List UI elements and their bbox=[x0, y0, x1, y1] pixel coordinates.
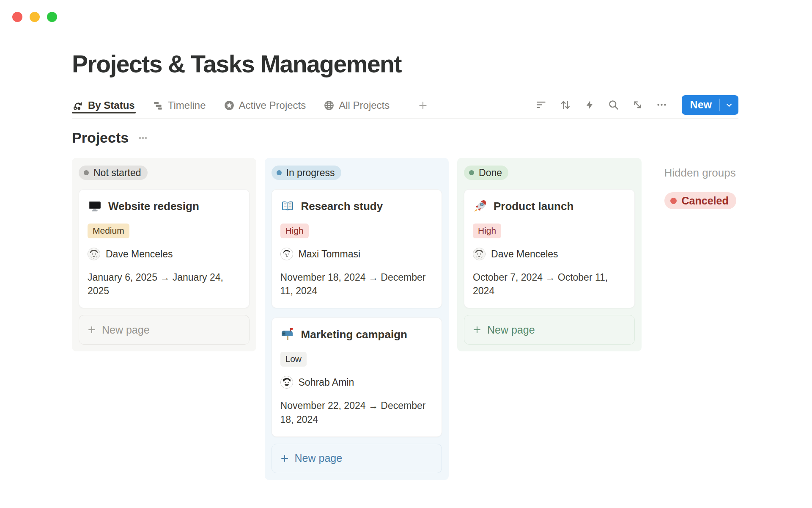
timeline-icon bbox=[153, 100, 164, 111]
status-dot bbox=[469, 170, 474, 175]
assignee-row: Dave Menceles bbox=[473, 248, 626, 260]
star-circle-icon bbox=[224, 100, 235, 111]
date-range: October 7, 2024 → October 11, 2024 bbox=[473, 271, 626, 298]
section-header: Projects bbox=[72, 130, 738, 146]
tab-label: Active Projects bbox=[239, 99, 306, 111]
new-page-label: New page bbox=[102, 324, 150, 336]
plus-icon bbox=[417, 100, 428, 111]
card-product-launch[interactable]: Product launch High Dave M bbox=[464, 189, 635, 308]
group-badge-not-started[interactable]: Not started bbox=[79, 166, 148, 180]
tab-label: Timeline bbox=[168, 99, 206, 111]
view-toolbar: New bbox=[535, 94, 738, 118]
card-research-study[interactable]: Research study High Maxi Tommasi bbox=[272, 189, 442, 308]
group-label: Not started bbox=[93, 167, 141, 179]
hidden-groups-section: Hidden groups Canceled bbox=[664, 158, 738, 209]
window-controls bbox=[12, 12, 57, 22]
new-page-label: New page bbox=[295, 452, 343, 464]
plus-icon bbox=[280, 453, 290, 464]
view-tab-bar: By Status Timeline bbox=[72, 94, 738, 119]
new-button-label[interactable]: New bbox=[682, 95, 719, 115]
group-badge-canceled[interactable]: Canceled bbox=[664, 192, 736, 209]
section-title: Projects bbox=[72, 130, 129, 146]
hidden-groups-label: Hidden groups bbox=[664, 166, 738, 179]
assignee-row: Sohrab Amin bbox=[280, 376, 433, 389]
group-label: Canceled bbox=[682, 195, 729, 207]
assignee-name: Maxi Tommasi bbox=[299, 248, 361, 260]
card-title-text: Marketing campaign bbox=[301, 328, 407, 341]
status-progress-icon bbox=[73, 100, 84, 111]
plus-icon bbox=[472, 325, 482, 335]
tab-all-projects[interactable]: All Projects bbox=[323, 99, 390, 113]
tab-label: By Status bbox=[88, 99, 135, 111]
zoom-window-button[interactable] bbox=[47, 12, 57, 22]
kanban-board: Not started Website redesign Medium bbox=[72, 158, 738, 480]
group-badge-in-progress[interactable]: In progress bbox=[272, 166, 341, 180]
column-in-progress: In progress Research study bbox=[265, 158, 449, 480]
priority-badge: High bbox=[280, 224, 309, 238]
card-title-text: Website redesign bbox=[108, 200, 199, 213]
avatar bbox=[473, 248, 486, 260]
new-page-button[interactable]: New page bbox=[464, 315, 635, 345]
globe-icon bbox=[324, 100, 335, 111]
new-button[interactable]: New bbox=[682, 95, 738, 115]
page-title: Projects & Tasks Management bbox=[72, 50, 738, 78]
assignee-name: Dave Menceles bbox=[491, 248, 558, 260]
status-dot bbox=[277, 170, 282, 175]
date-range: November 22, 2024 → December 18, 2024 bbox=[280, 399, 433, 426]
group-badge-done[interactable]: Done bbox=[464, 166, 508, 180]
assignee-row: Dave Menceles bbox=[88, 248, 241, 260]
ellipsis-icon[interactable] bbox=[656, 99, 667, 110]
date-range: November 18, 2024 → December 11, 2024 bbox=[280, 271, 433, 298]
minimize-window-button[interactable] bbox=[30, 12, 40, 22]
tab-active-projects[interactable]: Active Projects bbox=[223, 99, 307, 113]
expand-icon[interactable] bbox=[632, 99, 643, 110]
new-page-button[interactable]: New page bbox=[79, 315, 250, 345]
assignee-row: Maxi Tommasi bbox=[280, 248, 433, 260]
new-page-button[interactable]: New page bbox=[272, 444, 442, 473]
card-marketing-campaign[interactable]: Marketing campaign Low Soh bbox=[272, 318, 442, 436]
plus-icon bbox=[87, 325, 97, 335]
mailbox-emoji bbox=[280, 327, 295, 342]
group-label: In progress bbox=[286, 167, 335, 179]
avatar bbox=[88, 248, 100, 260]
page-content: Projects & Tasks Management By Status bbox=[72, 50, 738, 480]
card-title-text: Product launch bbox=[494, 200, 573, 213]
priority-badge: Medium bbox=[88, 224, 129, 238]
tab-label: All Projects bbox=[339, 99, 390, 111]
rocket-emoji bbox=[473, 199, 487, 213]
desktop-computer-emoji bbox=[88, 199, 102, 213]
chevron-down-icon[interactable] bbox=[720, 95, 738, 115]
column-not-started: Not started Website redesign Medium bbox=[72, 158, 256, 351]
lightning-icon[interactable] bbox=[584, 99, 595, 110]
search-icon[interactable] bbox=[608, 99, 619, 110]
avatar bbox=[280, 376, 293, 389]
tab-timeline[interactable]: Timeline bbox=[152, 99, 207, 113]
card-title-text: Research study bbox=[301, 200, 383, 213]
sort-icon[interactable] bbox=[560, 99, 571, 111]
add-view-button[interactable] bbox=[417, 100, 428, 113]
close-window-button[interactable] bbox=[12, 12, 22, 22]
date-range: January 6, 2025 → January 24, 2025 bbox=[88, 271, 241, 298]
priority-badge: Low bbox=[280, 352, 307, 367]
column-done: Done Product launch bbox=[457, 158, 642, 351]
tab-by-status[interactable]: By Status bbox=[72, 99, 136, 113]
open-book-emoji bbox=[280, 199, 295, 213]
new-page-label: New page bbox=[487, 324, 535, 336]
priority-badge: High bbox=[473, 224, 501, 238]
group-label: Done bbox=[479, 167, 502, 179]
status-dot bbox=[84, 170, 89, 175]
avatar bbox=[280, 248, 293, 260]
section-ellipsis-icon[interactable] bbox=[138, 133, 148, 143]
assignee-name: Dave Menceles bbox=[106, 248, 173, 260]
filter-icon[interactable] bbox=[535, 99, 547, 110]
view-tabs: By Status Timeline bbox=[72, 99, 428, 113]
status-dot bbox=[670, 198, 677, 204]
assignee-name: Sohrab Amin bbox=[299, 377, 354, 388]
card-website-redesign[interactable]: Website redesign Medium Da bbox=[79, 189, 250, 308]
